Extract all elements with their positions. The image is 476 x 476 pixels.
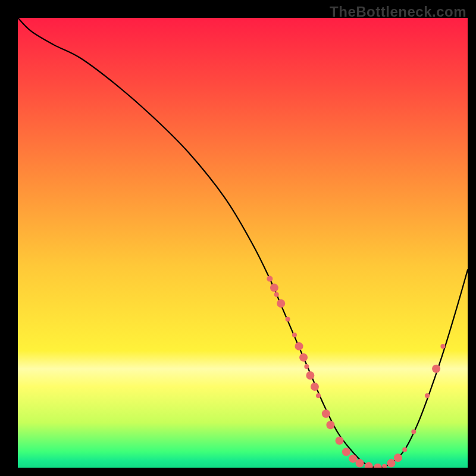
curve-marker (299, 353, 308, 362)
curve-marker (374, 464, 382, 468)
bottleneck-curve (18, 18, 468, 468)
curve-marker (322, 409, 330, 418)
curve-marker (277, 299, 285, 308)
curve-marker (356, 459, 364, 467)
curve-marker (411, 430, 416, 434)
chart-container: TheBottleneck.com (0, 0, 476, 476)
curve-marker (382, 464, 387, 468)
curve-marker (306, 371, 314, 380)
curve-marker (267, 275, 273, 281)
curve-marker (274, 292, 279, 297)
curve-marker (270, 284, 278, 292)
curve-marker (425, 393, 430, 398)
curve-marker (326, 421, 334, 429)
watermark-text: TheBottleneck.com (330, 4, 466, 20)
curve-marker (295, 342, 303, 350)
curve-marker (440, 344, 445, 349)
curve-marker (387, 459, 395, 467)
curve-marker (286, 317, 290, 322)
curve-marker (336, 437, 344, 445)
curve-marker (432, 365, 440, 373)
curve-marker (316, 393, 321, 398)
curve-markers (267, 275, 445, 468)
curve-marker (394, 453, 402, 462)
curve-marker (365, 462, 373, 468)
curve-marker (402, 447, 407, 452)
curve-marker (311, 383, 319, 391)
curve-overlay (18, 18, 468, 468)
curve-marker (292, 333, 297, 337)
curve-marker (342, 448, 350, 456)
plot-area (18, 18, 468, 468)
curve-marker (304, 364, 309, 369)
